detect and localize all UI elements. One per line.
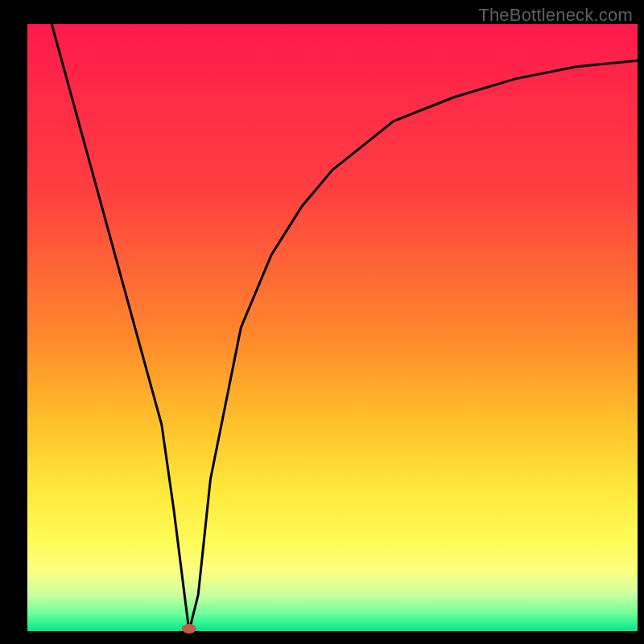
plot-background — [27, 24, 638, 631]
chart-stage: TheBottleneck.com — [0, 0, 644, 644]
optimum-marker — [182, 624, 196, 634]
chart-svg — [0, 0, 644, 644]
